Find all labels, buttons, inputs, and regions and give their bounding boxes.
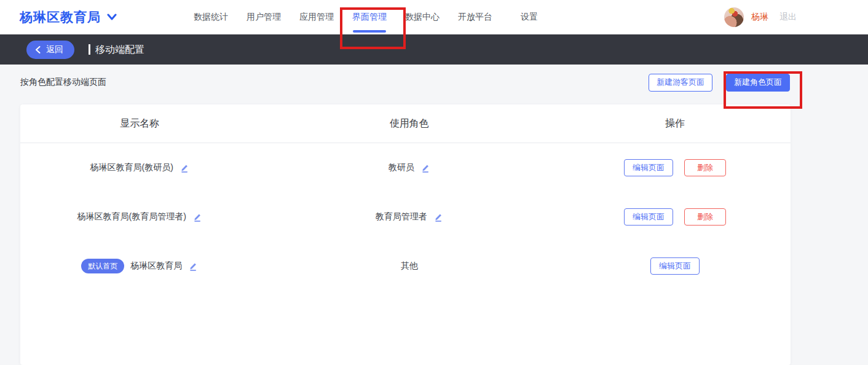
nav-item-app-mgmt[interactable]: 应用管理 xyxy=(299,0,334,34)
delete-button[interactable]: 删除 xyxy=(684,208,726,226)
edit-pencil-icon[interactable] xyxy=(188,261,198,271)
user-name[interactable]: 杨琳 xyxy=(751,12,768,23)
main-nav: 数据统计 用户管理 应用管理 界面管理 数据中心 开放平台 设置 xyxy=(194,0,538,34)
section-caption: 按角色配置移动端页面 xyxy=(20,77,106,88)
user-area: 杨琳 退出 xyxy=(724,0,797,34)
role-name: 其他 xyxy=(401,261,418,272)
page-display-name: 杨琳区教育局 xyxy=(130,261,182,272)
edit-page-button[interactable]: 编辑页面 xyxy=(624,159,673,176)
chevron-left-icon xyxy=(35,46,41,53)
content-area: 按角色配置移动端页面 新建游客页面 新建角色页面 显示名称 使用角色 操作 杨琳… xyxy=(0,65,868,365)
table-row: 杨琳区教育局(教育局管理者) 教育局管理者 编辑页面 删除 xyxy=(20,192,791,241)
edit-page-button[interactable]: 编辑页面 xyxy=(650,257,700,275)
role-pages-table: 显示名称 使用角色 操作 杨琳区教育局(教研员) 教研员 编辑页面 删除 xyxy=(20,104,791,365)
nav-item-user-mgmt[interactable]: 用户管理 xyxy=(247,0,281,34)
toolbar: 按角色配置移动端页面 新建游客页面 新建角色页面 xyxy=(20,73,790,92)
nav-item-settings[interactable]: 设置 xyxy=(521,0,538,34)
page-title: 移动端配置 xyxy=(89,44,144,55)
page-display-name: 杨琳区教育局(教研员) xyxy=(90,162,173,173)
table-row: 杨琳区教育局(教研员) 教研员 编辑页面 删除 xyxy=(20,143,791,192)
table-header-row: 显示名称 使用角色 操作 xyxy=(20,104,791,143)
col-header-display-name: 显示名称 xyxy=(20,117,259,130)
edit-pencil-icon[interactable] xyxy=(180,163,189,173)
default-home-badge: 默认首页 xyxy=(81,259,124,273)
edit-pencil-icon[interactable] xyxy=(433,212,443,222)
new-guest-page-button[interactable]: 新建游客页面 xyxy=(649,74,712,92)
page-subheader: 返回 移动端配置 xyxy=(0,34,868,65)
col-header-role: 使用角色 xyxy=(259,117,559,130)
edit-pencil-icon[interactable] xyxy=(192,212,202,222)
avatar[interactable] xyxy=(724,7,744,27)
org-switcher[interactable]: 杨琳区教育局 xyxy=(20,9,117,26)
edit-page-button[interactable]: 编辑页面 xyxy=(624,208,673,226)
edit-pencil-icon[interactable] xyxy=(420,163,430,173)
page-display-name: 杨琳区教育局(教育局管理者) xyxy=(77,211,186,222)
new-role-page-button[interactable]: 新建角色页面 xyxy=(726,74,790,92)
table-row: 默认首页 杨琳区教育局 其他 编辑页面 xyxy=(20,241,791,291)
chevron-down-icon xyxy=(107,14,117,21)
nav-item-interface-mgmt[interactable]: 界面管理 xyxy=(352,0,387,34)
role-name: 教育局管理者 xyxy=(376,211,427,222)
nav-item-data-center[interactable]: 数据中心 xyxy=(405,0,440,34)
active-tab-underline xyxy=(353,30,386,33)
back-button[interactable]: 返回 xyxy=(26,41,74,59)
role-name: 教研员 xyxy=(389,162,414,173)
col-header-actions: 操作 xyxy=(559,117,791,130)
delete-button[interactable]: 删除 xyxy=(684,159,726,176)
top-navbar: 杨琳区教育局 数据统计 用户管理 应用管理 界面管理 数据中心 开放平台 设置 … xyxy=(0,0,868,34)
logout-link[interactable]: 退出 xyxy=(779,12,797,23)
nav-item-open-platform[interactable]: 开放平台 xyxy=(458,0,492,34)
nav-item-data-stats[interactable]: 数据统计 xyxy=(194,0,228,34)
org-title: 杨琳区教育局 xyxy=(20,9,101,26)
